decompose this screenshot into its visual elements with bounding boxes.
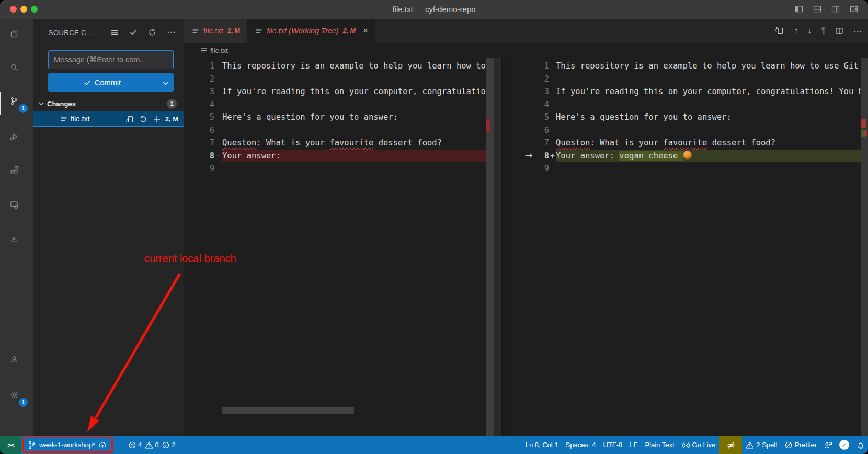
- diff-modified-pane[interactable]: 1This repository is an example to help y…: [501, 58, 868, 436]
- broadcast-icon: [682, 441, 690, 449]
- remote-indicator[interactable]: ><: [0, 436, 21, 454]
- changes-section-header[interactable]: Changes 1: [33, 96, 184, 111]
- code-line[interactable]: 9: [501, 162, 868, 175]
- settings-gear-icon[interactable]: 1: [0, 385, 33, 410]
- branch-name: week-1-workshop*: [39, 441, 95, 449]
- notifications-button[interactable]: [853, 436, 868, 454]
- inserted-text: vegan cheese: [619, 151, 682, 161]
- code-line[interactable]: 2: [501, 73, 868, 86]
- previous-change-icon[interactable]: ↑: [794, 26, 798, 36]
- person-feedback-icon: [824, 441, 832, 449]
- tab-status: 2, M: [343, 27, 356, 35]
- code-line[interactable]: 7Queston: What is your favourite dessert…: [501, 137, 868, 150]
- extension-status-check[interactable]: ✓: [836, 436, 853, 454]
- extensions-icon[interactable]: [0, 160, 33, 185]
- misspelled-word: Queston: [222, 138, 256, 147]
- eol-setting[interactable]: LF: [626, 436, 641, 454]
- left-scrollbar[interactable]: [486, 58, 494, 436]
- explorer-icon[interactable]: [0, 24, 33, 49]
- code-line[interactable]: 5Here's a question for you to answer:: [501, 111, 868, 124]
- stage-changes-icon[interactable]: [153, 115, 161, 123]
- window-title: file.txt — cyf-demo-repo: [0, 0, 868, 19]
- commit-message-input[interactable]: [48, 50, 174, 69]
- revert-change-arrow-icon[interactable]: →: [521, 149, 536, 162]
- prettier-status[interactable]: Prettier: [781, 436, 820, 454]
- deleted-code-line[interactable]: 8−Your answer:: [184, 150, 501, 163]
- publish-sync-cloud-icon: [98, 440, 107, 449]
- code-line[interactable]: 4: [184, 98, 501, 111]
- chevron-down-icon: [37, 99, 45, 108]
- changed-file-name: file.txt: [71, 115, 122, 123]
- problems-indicator[interactable]: 4 0 2: [124, 436, 179, 454]
- feedback-button[interactable]: [820, 436, 836, 454]
- tab-file-working-tree[interactable]: file.txt (Working Tree) 2, M ×: [247, 19, 375, 43]
- code-line[interactable]: 3If you're reading this on your computer…: [184, 85, 501, 98]
- file-change-status: 2, M: [165, 115, 178, 123]
- commit-button[interactable]: Commit: [48, 73, 174, 92]
- warning-icon: [746, 441, 753, 449]
- refresh-icon[interactable]: [148, 28, 157, 37]
- view-as-list-icon[interactable]: [110, 28, 119, 37]
- pane-gap: [494, 58, 501, 436]
- branch-icon: [28, 441, 36, 449]
- misspelled-word: favourite: [663, 138, 707, 147]
- added-marker: +: [549, 150, 556, 163]
- toggle-whitespace-icon[interactable]: ¶: [821, 26, 826, 36]
- horizontal-scrollbar[interactable]: [222, 407, 354, 414]
- code-line[interactable]: 2: [184, 73, 501, 86]
- commit-dropdown-button[interactable]: [156, 73, 174, 92]
- branch-indicator[interactable]: week-1-workshop*: [24, 436, 111, 454]
- toggle-primary-sidebar-icon[interactable]: [795, 5, 805, 15]
- file-icon: [191, 27, 199, 35]
- close-tab-icon[interactable]: ×: [363, 27, 368, 35]
- remote-explorer-icon[interactable]: [0, 195, 33, 220]
- misspelled-word: Queston: [556, 138, 590, 147]
- code-line[interactable]: 5Here's a question for you to answer:: [184, 111, 501, 124]
- tab-label: file.txt: [203, 27, 223, 35]
- check-circle-icon: ✓: [839, 440, 849, 450]
- breadcrumb[interactable]: file.txt: [184, 43, 868, 58]
- changed-file-row[interactable]: file.txt 2, M: [33, 111, 184, 127]
- bell-icon: [856, 441, 864, 449]
- commit-action-icon[interactable]: [129, 28, 138, 37]
- sidebar-title: SOURCE C...: [49, 29, 100, 37]
- spell-problems[interactable]: 2 Spell: [742, 436, 781, 454]
- cursor-position[interactable]: Ln 8, Col 1: [522, 436, 562, 454]
- customize-layout-icon[interactable]: [850, 5, 860, 15]
- split-editor-icon[interactable]: [835, 27, 844, 36]
- code-line[interactable]: 9: [184, 162, 501, 175]
- more-actions-icon[interactable]: ⋯: [167, 30, 176, 35]
- open-changes-icon[interactable]: [775, 27, 784, 36]
- go-live-button[interactable]: Go Live: [678, 436, 719, 454]
- code-line[interactable]: 1This repository is an example to help y…: [184, 60, 501, 73]
- toggle-secondary-sidebar-icon[interactable]: [831, 5, 841, 15]
- language-mode[interactable]: Plain Text: [641, 436, 678, 454]
- chevron-down-icon: [162, 79, 169, 86]
- settings-badge: 1: [19, 398, 28, 407]
- next-change-icon[interactable]: ↓: [807, 26, 812, 36]
- added-code-line[interactable]: 8+Your answer: vegan cheese: [501, 150, 868, 163]
- search-icon[interactable]: [0, 58, 33, 83]
- tab-file[interactable]: file.txt 2, M: [184, 19, 247, 43]
- code-line[interactable]: 7Queston: What is your favourite dessert…: [184, 137, 501, 150]
- code-line[interactable]: 4: [501, 98, 868, 111]
- run-and-debug-icon[interactable]: [0, 127, 33, 152]
- encoding-setting[interactable]: UTF-8: [599, 436, 626, 454]
- diff-original-pane[interactable]: 1This repository is an example to help y…: [184, 58, 501, 436]
- warning-icon: [145, 441, 153, 449]
- toggle-panel-icon[interactable]: [813, 5, 823, 15]
- eye-off-icon: [727, 441, 735, 449]
- code-line[interactable]: 1This repository is an example to help y…: [501, 60, 868, 73]
- spell-checker-eye-toggle[interactable]: [719, 436, 742, 454]
- file-icon: [60, 115, 67, 123]
- more-actions-icon[interactable]: ⋯: [853, 26, 862, 36]
- accounts-icon[interactable]: [0, 349, 33, 374]
- source-control-icon[interactable]: 1: [0, 91, 33, 116]
- code-line[interactable]: 6: [501, 124, 868, 137]
- docker-icon[interactable]: [0, 229, 33, 254]
- open-file-icon[interactable]: [125, 115, 133, 123]
- code-line[interactable]: 3If you're reading this on your computer…: [501, 85, 868, 98]
- code-line[interactable]: 6: [184, 124, 501, 137]
- discard-changes-icon[interactable]: [139, 115, 147, 123]
- indentation-setting[interactable]: Spaces: 4: [562, 436, 600, 454]
